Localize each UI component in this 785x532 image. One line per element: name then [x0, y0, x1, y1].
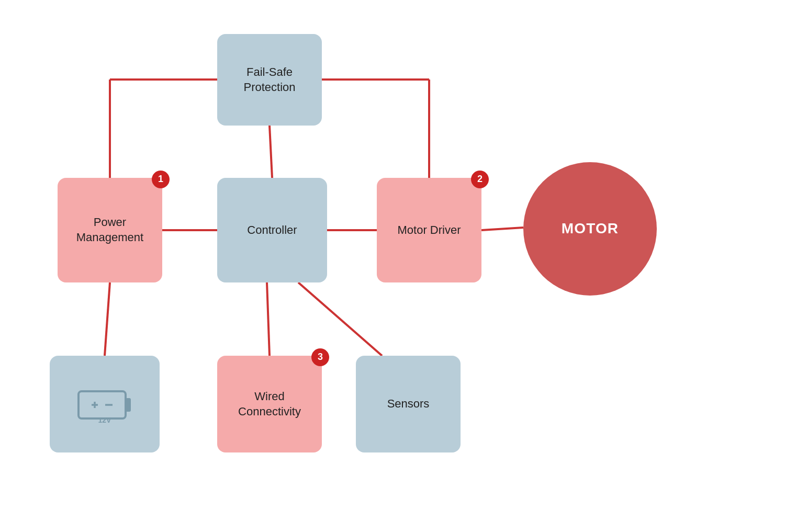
motor-driver-node: 2 Motor Driver: [377, 178, 481, 282]
badge-1: 1: [152, 171, 170, 188]
power-management-label: PowerManagement: [76, 215, 143, 245]
svg-line-7: [481, 228, 523, 230]
svg-text:12V: 12V: [98, 416, 112, 424]
diagram-container: Fail-SafeProtection Controller 1 PowerMa…: [0, 0, 785, 532]
badge-3: 3: [311, 348, 329, 366]
svg-line-0: [270, 126, 272, 178]
motor-label: MOTOR: [562, 219, 619, 238]
controller-node: Controller: [217, 178, 327, 282]
svg-line-10: [298, 282, 382, 356]
sensors-label: Sensors: [387, 397, 430, 412]
power-management-node: 1 PowerManagement: [58, 178, 162, 282]
battery-node: 12V: [50, 356, 160, 452]
svg-rect-11: [78, 391, 126, 418]
svg-line-9: [267, 282, 270, 356]
svg-line-8: [105, 282, 110, 356]
sensors-node: Sensors: [356, 356, 461, 452]
fail-safe-node: Fail-SafeProtection: [217, 34, 322, 126]
motor-driver-label: Motor Driver: [397, 223, 461, 238]
battery-icon: 12V: [76, 383, 133, 425]
svg-rect-12: [126, 398, 131, 412]
wired-connectivity-label: WiredConnectivity: [238, 389, 301, 419]
wired-connectivity-node: 3 WiredConnectivity: [217, 356, 322, 452]
badge-2: 2: [471, 171, 489, 188]
fail-safe-label: Fail-SafeProtection: [243, 65, 295, 95]
controller-label: Controller: [247, 223, 297, 238]
motor-node: MOTOR: [523, 162, 657, 296]
